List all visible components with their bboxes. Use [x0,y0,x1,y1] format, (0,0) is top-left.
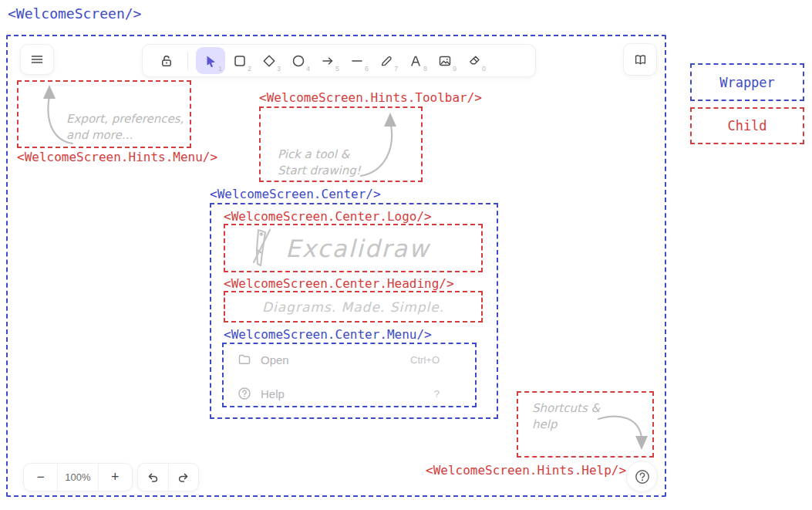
legend-wrapper-box: Wrapper [690,63,804,101]
menu-item-shortcut: Ctrl+O [410,354,440,366]
rectangle-icon [232,53,248,69]
menu-item-help[interactable]: Help ? [230,383,469,404]
tool-shortcut-number: 7 [394,65,398,73]
toolbar-divider [187,52,188,70]
selection-icon [203,53,218,69]
zoom-controls: − 100% + [23,463,133,491]
welcome-screen-doc-figure: <WelcomeScreen/> [0,0,812,510]
zoom-in-button[interactable]: + [99,464,132,491]
hamburger-icon [29,52,45,67]
center-logo-box: Excalidraw [224,224,483,272]
draw-icon [379,53,394,69]
legend-child-box: Child [690,107,804,144]
undo-button[interactable] [138,464,168,491]
hand-arrow-up-icon [358,111,403,179]
center-heading-text: Diagrams. Made. Simple. [262,299,444,315]
tool-shortcut-number: 2 [248,65,251,73]
help-button[interactable] [626,461,658,492]
tool-shortcut-number: 4 [306,65,310,73]
ellipse-icon [291,53,306,69]
hint-menu-text: Export, preferences, and more... [66,111,184,144]
history-controls [137,463,199,491]
menu-item-label: Help [261,387,285,400]
undo-icon [145,470,160,485]
tool-shortcut-number: 1 [218,65,222,73]
library-button[interactable] [623,43,657,76]
arrow-icon [320,53,335,69]
hints-toolbar-box: Pick a tool & Start drawing! [259,106,423,182]
lock-icon [159,53,174,69]
book-icon [632,52,649,68]
hint-toolbar-text: Pick a tool & Start drawing! [278,147,361,179]
image-icon [437,53,453,69]
welcomescreen-root-label: <WelcomeScreen/> [8,5,141,22]
hints-toolbar-label: <WelcomeScreen.Hints.Toolbar/> [259,90,482,105]
tool-diamond-button[interactable]: 3 [254,47,284,74]
tool-shortcut-number: 6 [365,65,369,73]
zoom-level[interactable]: 100% [58,464,97,491]
redo-button[interactable] [168,464,198,491]
hints-help-label: <WelcomeScreen.Hints.Help/> [426,463,626,478]
hand-arrow-down-icon [597,411,652,456]
tool-selection-button[interactable]: 1 [196,47,225,74]
menu-item-label: Open [261,353,289,366]
tool-shortcut-number: 5 [335,65,339,73]
tool-rectangle-button[interactable]: 2 [225,47,254,74]
hint-help-text: Shortcuts & help [532,400,600,433]
legend-wrapper-label: Wrapper [719,75,775,90]
menu-item-shortcut: ? [434,388,440,400]
help-circle-icon [634,468,651,485]
diamond-icon [261,53,277,69]
excalidraw-logo-icon [247,227,276,270]
center-menu-label: <WelcomeScreen.Center.Menu/> [224,327,432,342]
tool-arrow-button[interactable]: 5 [313,47,342,74]
center-heading-label: <WelcomeScreen.Center.Heading/> [224,276,454,291]
legend-child-label: Child [727,118,767,133]
help-circle-icon [238,387,251,400]
menu-item-open[interactable]: Open Ctrl+O [230,349,469,370]
text-icon [408,53,423,69]
tool-shortcut-number: 9 [453,65,457,73]
tool-eraser-button[interactable]: 0 [460,47,489,74]
tool-shortcut-number: 8 [423,65,427,73]
zoom-out-button[interactable]: − [24,464,57,491]
tool-shortcut-number: 3 [277,65,281,73]
line-icon [349,53,365,69]
center-menu-box: Open Ctrl+O Help ? [222,343,477,407]
lock-tool-button[interactable] [153,47,180,74]
tool-ellipse-button[interactable]: 4 [284,47,313,74]
tool-line-button[interactable]: 6 [342,47,372,74]
excalidraw-logo-text: Excalidraw [285,235,430,262]
hints-help-box: Shortcuts & help [517,391,654,458]
hints-menu-label: <WelcomeScreen.Hints.Menu/> [17,150,217,164]
center-heading-box: Diagrams. Made. Simple. [224,291,483,323]
hints-menu-box: Export, preferences, and more... [17,80,191,148]
center-label: <WelcomeScreen.Center/> [210,187,381,201]
folder-icon [238,353,251,366]
eraser-icon [467,53,482,69]
toolbar: 1 2 3 [142,44,536,77]
main-menu-button[interactable] [20,44,54,75]
redo-icon [176,470,191,485]
tool-image-button[interactable]: 9 [430,47,460,74]
tool-draw-button[interactable]: 7 [372,47,401,74]
tool-shortcut-number: 0 [482,65,486,73]
center-logo-label: <WelcomeScreen.Center.Logo/> [224,209,432,224]
tool-text-button[interactable]: 8 [401,47,430,74]
